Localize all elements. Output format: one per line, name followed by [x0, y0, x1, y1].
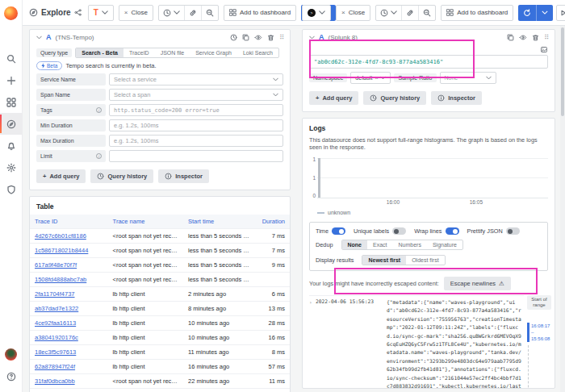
dedup-exact[interactable]: Exact: [367, 240, 393, 249]
log-timeline-minimap[interactable]: Start of range 16:08:17 – 15:56:08: [527, 295, 551, 389]
log-row[interactable]: › 2022-04-06 15:56:23 {"metadata":{"name…: [309, 295, 524, 389]
display-newest-first[interactable]: Newest first: [362, 256, 406, 265]
tab-traceid[interactable]: TraceID: [123, 48, 155, 57]
chevron-down-icon: [380, 76, 386, 80]
trace-id-link[interactable]: 617a9f48e70f7f: [35, 261, 77, 269]
remove-query-trash-icon[interactable]: [532, 34, 539, 41]
trace-id-link[interactable]: 31faf0dbca0bb: [35, 377, 75, 385]
tags-input[interactable]: http.status_code=200 error=true: [109, 104, 283, 116]
dedup-none[interactable]: None: [342, 240, 368, 249]
tab-loki-search[interactable]: Loki Search: [237, 48, 278, 57]
dedup-numbers[interactable]: Numbers: [393, 240, 427, 249]
disable-query-eye-icon[interactable]: [519, 34, 527, 41]
run-query-button-right[interactable]: [518, 5, 553, 21]
copy-query-icon[interactable]: [507, 34, 514, 41]
toggle-prettify-json[interactable]: Prettify JSON: [467, 227, 520, 235]
trace-id-link[interactable]: 2fa11704f4737: [35, 290, 75, 298]
splunk-query-input[interactable]: "ab0cd62c-312e-4fd7-8c93-877a4a583416": [309, 55, 548, 69]
display-oldest-first[interactable]: Oldest first: [406, 256, 444, 265]
sidebar-item-help[interactable]: [0, 365, 23, 387]
grafana-logo-icon[interactable]: [4, 6, 18, 20]
col-start-time[interactable]: Start time: [183, 215, 256, 229]
minimap-range[interactable]: 16:08:17 – 15:56:08: [527, 323, 551, 342]
tab-json-file[interactable]: JSON file: [155, 48, 190, 57]
clear-icon[interactable]: ×: [375, 75, 378, 81]
collapse-chevron-icon[interactable]: [36, 35, 42, 40]
chart-legend[interactable]: unknown: [317, 210, 555, 215]
namespace-select[interactable]: default ×: [350, 72, 391, 84]
inspector-button[interactable]: Inspector: [158, 169, 209, 183]
time-picker-button[interactable]: [376, 6, 402, 20]
col-duration[interactable]: Duration: [256, 215, 290, 229]
zoom-out-button[interactable]: [419, 6, 435, 20]
link-button[interactable]: [402, 6, 419, 20]
expand-log-chevron-icon[interactable]: ›: [309, 298, 316, 389]
col-trace-name[interactable]: Trace name: [108, 215, 183, 229]
remove-query-trash-icon[interactable]: [267, 34, 274, 41]
query-history-button[interactable]: Query history: [90, 169, 153, 183]
max-duration-input[interactable]: e.g. 1.2s, 100ms: [109, 135, 283, 147]
trace-id-link[interactable]: a38041920176c: [35, 334, 78, 341]
add-to-dashboard-button-right[interactable]: Add to dashboard: [441, 5, 513, 21]
editor-format-icon[interactable]: [540, 46, 548, 53]
sidebar-item-search[interactable]: [0, 48, 23, 69]
drag-handle-icon[interactable]: ⠿: [279, 34, 283, 41]
escape-newlines-button[interactable]: Escape newlines ⚠: [444, 277, 511, 290]
query-history-icon[interactable]: [230, 34, 237, 41]
tab-search-beta[interactable]: Search - Beta: [76, 48, 123, 57]
trace-table: Trace ID Trace name Start time Duration …: [30, 215, 290, 392]
query-history-button[interactable]: Query history: [363, 91, 426, 105]
user-avatar[interactable]: [0, 344, 23, 365]
toggle-unique-labels[interactable]: Unique labels: [354, 227, 406, 235]
service-name-select[interactable]: Select a service: [109, 73, 283, 85]
time-picker-button[interactable]: [159, 6, 185, 20]
disable-query-eye-icon[interactable]: [254, 34, 262, 41]
trace-id-link[interactable]: 62a878947f24f: [35, 363, 75, 370]
toggle-time[interactable]: Time: [316, 227, 345, 235]
sidebar-item-dashboards[interactable]: [0, 91, 23, 113]
sidebar-item-server-admin[interactable]: [0, 178, 23, 200]
datasource-picker-left[interactable]: T: [88, 5, 114, 21]
drag-handle-icon[interactable]: ⠿: [544, 34, 548, 41]
trace-id-link[interactable]: 18ec3f5c97613: [35, 348, 76, 356]
link-button[interactable]: [185, 6, 202, 20]
sidebar-item-configuration[interactable]: [0, 156, 23, 178]
query-ref-letter[interactable]: A: [46, 33, 52, 41]
span-name-select[interactable]: Select a span: [109, 89, 283, 101]
inspector-button[interactable]: Inspector: [431, 91, 482, 105]
trace-id-link[interactable]: 4d267c6b01cf8186: [35, 232, 86, 240]
close-icon: ×: [341, 9, 345, 16]
sample-ratio-select[interactable]: None: [440, 72, 496, 84]
toggle-wrap-lines[interactable]: Wrap lines: [414, 227, 458, 235]
close-split-button-right[interactable]: × Close: [336, 5, 370, 21]
sidebar-item-create[interactable]: [0, 69, 23, 91]
collapse-chevron-icon[interactable]: [309, 35, 315, 40]
scrollbar-thumb[interactable]: [561, 27, 564, 116]
limit-input[interactable]: [109, 150, 283, 162]
trace-id-link[interactable]: 1508fd4888abc7ab: [35, 276, 86, 283]
refresh-icon: [523, 9, 531, 17]
trace-id-link[interactable]: 4ce92faa16113: [35, 319, 76, 327]
add-to-dashboard-button-left[interactable]: Add to dashboard: [224, 5, 296, 21]
close-split-button-left[interactable]: × Close: [119, 5, 153, 21]
add-query-button[interactable]: +Add query: [309, 91, 358, 105]
history-icon: [370, 94, 377, 102]
avatar: [5, 348, 17, 361]
trace-id-link[interactable]: ab37dad7e1322: [35, 305, 78, 312]
add-query-button[interactable]: +Add query: [36, 169, 86, 183]
col-trace-id[interactable]: Trace ID: [30, 215, 108, 229]
tab-service-graph[interactable]: Service Graph: [190, 48, 237, 57]
histogram-bar: [318, 158, 320, 198]
live-tail-button[interactable]: [556, 5, 565, 21]
trace-id-link[interactable]: 1c586718021b8444: [35, 247, 88, 254]
dedup-signature[interactable]: Signature: [427, 240, 462, 249]
sidebar-item-alerting[interactable]: [0, 135, 23, 156]
zoom-out-button[interactable]: [202, 6, 218, 20]
query-ref-letter[interactable]: A: [319, 33, 324, 41]
sidebar-item-explore[interactable]: [0, 113, 23, 135]
chart-plot-area[interactable]: [317, 156, 548, 198]
copy-query-icon[interactable]: [242, 34, 249, 41]
min-duration-input[interactable]: e.g. 1.2s, 100ms: [109, 119, 283, 131]
vertical-scrollbar[interactable]: [560, 26, 565, 392]
datasource-picker-right[interactable]: >: [302, 5, 331, 21]
